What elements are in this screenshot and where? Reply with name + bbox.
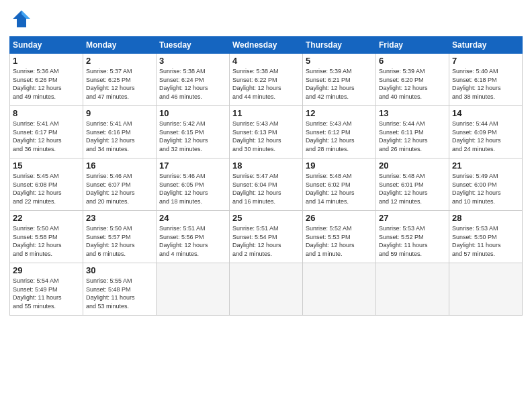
day-info: Sunrise: 5:51 AM Sunset: 5:54 PM Dayligh… <box>232 224 300 258</box>
day-info: Sunrise: 5:46 AM Sunset: 6:07 PM Dayligh… <box>86 172 153 205</box>
day-number: 16 <box>86 161 153 171</box>
day-info: Sunrise: 5:41 AM Sunset: 6:16 PM Dayligh… <box>86 120 153 153</box>
day-cell <box>303 263 376 316</box>
week-row-4: 22Sunrise: 5:50 AM Sunset: 5:58 PM Dayli… <box>10 211 523 263</box>
day-info: Sunrise: 5:50 AM Sunset: 5:58 PM Dayligh… <box>13 224 80 258</box>
day-info: Sunrise: 5:42 AM Sunset: 6:15 PM Dayligh… <box>159 120 226 153</box>
day-number: 18 <box>232 161 300 171</box>
week-row-5: 29Sunrise: 5:54 AM Sunset: 5:49 PM Dayli… <box>10 263 523 316</box>
day-number: 26 <box>306 213 373 223</box>
day-cell: 7Sunrise: 5:40 AM Sunset: 6:18 PM Daylig… <box>449 54 523 106</box>
day-info: Sunrise: 5:50 AM Sunset: 5:57 PM Dayligh… <box>86 224 153 258</box>
col-header-wednesday: Wednesday <box>230 37 303 54</box>
day-number: 27 <box>379 213 446 223</box>
day-cell: 6Sunrise: 5:39 AM Sunset: 6:20 PM Daylig… <box>376 54 449 106</box>
day-cell: 30Sunrise: 5:55 AM Sunset: 5:48 PM Dayli… <box>83 263 157 316</box>
day-cell: 26Sunrise: 5:52 AM Sunset: 5:53 PM Dayli… <box>303 211 376 263</box>
day-cell: 13Sunrise: 5:44 AM Sunset: 6:11 PM Dayli… <box>376 106 449 158</box>
day-info: Sunrise: 5:51 AM Sunset: 5:56 PM Dayligh… <box>159 224 226 258</box>
day-info: Sunrise: 5:46 AM Sunset: 6:05 PM Dayligh… <box>159 172 226 205</box>
day-info: Sunrise: 5:36 AM Sunset: 6:26 PM Dayligh… <box>13 67 80 101</box>
day-info: Sunrise: 5:38 AM Sunset: 6:24 PM Dayligh… <box>159 67 226 101</box>
day-number: 7 <box>452 56 519 66</box>
col-header-thursday: Thursday <box>303 37 376 54</box>
day-cell: 18Sunrise: 5:47 AM Sunset: 6:04 PM Dayli… <box>230 158 303 211</box>
day-number: 6 <box>379 56 446 66</box>
day-info: Sunrise: 5:40 AM Sunset: 6:18 PM Dayligh… <box>452 67 519 101</box>
day-number: 29 <box>13 265 80 275</box>
day-info: Sunrise: 5:39 AM Sunset: 6:20 PM Dayligh… <box>379 67 446 101</box>
logo <box>9 9 31 31</box>
day-number: 14 <box>452 108 519 118</box>
day-cell: 4Sunrise: 5:38 AM Sunset: 6:22 PM Daylig… <box>230 54 303 106</box>
day-info: Sunrise: 5:52 AM Sunset: 5:53 PM Dayligh… <box>306 224 373 258</box>
day-cell: 23Sunrise: 5:50 AM Sunset: 5:57 PM Dayli… <box>83 211 157 263</box>
day-cell: 29Sunrise: 5:54 AM Sunset: 5:49 PM Dayli… <box>10 263 83 316</box>
col-header-tuesday: Tuesday <box>157 37 230 54</box>
day-info: Sunrise: 5:37 AM Sunset: 6:25 PM Dayligh… <box>86 67 153 101</box>
day-info: Sunrise: 5:39 AM Sunset: 6:21 PM Dayligh… <box>306 67 373 101</box>
day-info: Sunrise: 5:38 AM Sunset: 6:22 PM Dayligh… <box>232 67 300 101</box>
day-info: Sunrise: 5:48 AM Sunset: 6:02 PM Dayligh… <box>306 172 373 205</box>
day-cell: 16Sunrise: 5:46 AM Sunset: 6:07 PM Dayli… <box>83 158 157 211</box>
day-number: 3 <box>159 56 226 66</box>
day-cell <box>449 263 523 316</box>
day-number: 9 <box>86 108 153 118</box>
day-info: Sunrise: 5:44 AM Sunset: 6:11 PM Dayligh… <box>379 120 446 153</box>
day-cell: 5Sunrise: 5:39 AM Sunset: 6:21 PM Daylig… <box>303 54 376 106</box>
week-row-2: 8Sunrise: 5:41 AM Sunset: 6:17 PM Daylig… <box>10 106 523 158</box>
day-cell: 25Sunrise: 5:51 AM Sunset: 5:54 PM Dayli… <box>230 211 303 263</box>
day-number: 5 <box>306 56 373 66</box>
week-row-1: 1Sunrise: 5:36 AM Sunset: 6:26 PM Daylig… <box>10 54 523 106</box>
day-number: 15 <box>13 161 80 171</box>
day-number: 28 <box>452 213 519 223</box>
day-cell: 27Sunrise: 5:53 AM Sunset: 5:52 PM Dayli… <box>376 211 449 263</box>
day-number: 13 <box>379 108 446 118</box>
week-row-3: 15Sunrise: 5:45 AM Sunset: 6:08 PM Dayli… <box>10 158 523 211</box>
day-number: 10 <box>159 108 226 118</box>
day-cell: 28Sunrise: 5:53 AM Sunset: 5:50 PM Dayli… <box>449 211 523 263</box>
day-number: 17 <box>159 161 226 171</box>
day-number: 23 <box>86 213 153 223</box>
header <box>9 7 523 31</box>
day-number: 20 <box>379 161 446 171</box>
day-info: Sunrise: 5:43 AM Sunset: 6:13 PM Dayligh… <box>232 120 300 153</box>
day-info: Sunrise: 5:49 AM Sunset: 6:00 PM Dayligh… <box>452 172 519 205</box>
day-cell: 10Sunrise: 5:42 AM Sunset: 6:15 PM Dayli… <box>157 106 230 158</box>
day-info: Sunrise: 5:45 AM Sunset: 6:08 PM Dayligh… <box>13 172 80 205</box>
day-number: 25 <box>232 213 300 223</box>
calendar-table: SundayMondayTuesdayWednesdayThursdayFrid… <box>9 36 523 316</box>
day-cell: 21Sunrise: 5:49 AM Sunset: 6:00 PM Dayli… <box>449 158 523 211</box>
day-cell: 24Sunrise: 5:51 AM Sunset: 5:56 PM Dayli… <box>157 211 230 263</box>
day-number: 2 <box>86 56 153 66</box>
day-cell: 22Sunrise: 5:50 AM Sunset: 5:58 PM Dayli… <box>10 211 83 263</box>
day-number: 24 <box>159 213 226 223</box>
day-cell: 19Sunrise: 5:48 AM Sunset: 6:02 PM Dayli… <box>303 158 376 211</box>
day-info: Sunrise: 5:44 AM Sunset: 6:09 PM Dayligh… <box>452 120 519 153</box>
main-container: SundayMondayTuesdayWednesdayThursdayFrid… <box>0 0 532 322</box>
col-header-saturday: Saturday <box>449 37 523 54</box>
col-header-monday: Monday <box>83 37 157 54</box>
day-info: Sunrise: 5:54 AM Sunset: 5:49 PM Dayligh… <box>13 277 80 310</box>
col-header-sunday: Sunday <box>10 37 83 54</box>
day-cell: 20Sunrise: 5:48 AM Sunset: 6:01 PM Dayli… <box>376 158 449 211</box>
day-cell: 1Sunrise: 5:36 AM Sunset: 6:26 PM Daylig… <box>10 54 83 106</box>
day-info: Sunrise: 5:53 AM Sunset: 5:52 PM Dayligh… <box>379 224 446 258</box>
day-info: Sunrise: 5:55 AM Sunset: 5:48 PM Dayligh… <box>86 277 153 310</box>
day-cell <box>376 263 449 316</box>
day-cell: 2Sunrise: 5:37 AM Sunset: 6:25 PM Daylig… <box>83 54 157 106</box>
day-info: Sunrise: 5:47 AM Sunset: 6:04 PM Dayligh… <box>232 172 300 205</box>
day-number: 21 <box>452 161 519 171</box>
day-number: 4 <box>232 56 300 66</box>
day-cell: 15Sunrise: 5:45 AM Sunset: 6:08 PM Dayli… <box>10 158 83 211</box>
day-number: 12 <box>306 108 373 118</box>
day-cell: 9Sunrise: 5:41 AM Sunset: 6:16 PM Daylig… <box>83 106 157 158</box>
day-cell: 14Sunrise: 5:44 AM Sunset: 6:09 PM Dayli… <box>449 106 523 158</box>
header-row: SundayMondayTuesdayWednesdayThursdayFrid… <box>10 37 523 54</box>
day-number: 1 <box>13 56 80 66</box>
day-cell: 8Sunrise: 5:41 AM Sunset: 6:17 PM Daylig… <box>10 106 83 158</box>
day-number: 11 <box>232 108 300 118</box>
day-number: 8 <box>13 108 80 118</box>
logo-icon <box>12 9 31 28</box>
day-info: Sunrise: 5:43 AM Sunset: 6:12 PM Dayligh… <box>306 120 373 153</box>
